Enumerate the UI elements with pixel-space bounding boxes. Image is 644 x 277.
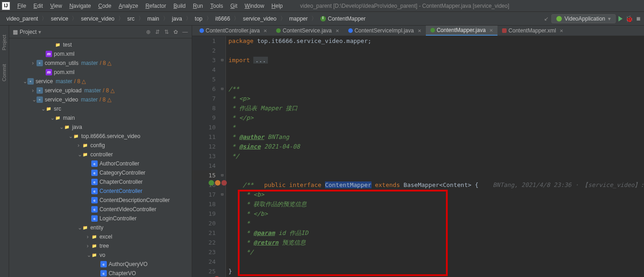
editor-tab[interactable]: ContentMapper.java✕ — [426, 26, 497, 36]
select-opened-file-icon[interactable]: ⊕ — [146, 29, 151, 35]
tree-item[interactable]: AuthorQueryVO — [9, 260, 192, 269]
breadcrumb-segment[interactable]: mapper — [286, 15, 312, 23]
fold-marker[interactable] — [220, 151, 225, 161]
line-number[interactable]: 15 — [192, 170, 216, 180]
fold-marker[interactable] — [220, 142, 225, 151]
project-panel-title[interactable]: ▦ Project ▾ — [13, 29, 41, 35]
breadcrumb-segment[interactable]: service_video — [77, 15, 118, 23]
tree-expander[interactable]: › — [32, 87, 37, 94]
run-button[interactable] — [618, 16, 623, 21]
tree-item[interactable]: ⌄📁java — [9, 123, 192, 132]
breadcrumb-segment[interactable]: java — [168, 15, 186, 23]
line-number[interactable]: 14 — [192, 161, 216, 170]
close-tab-icon[interactable]: ✕ — [489, 28, 493, 33]
tree-expander[interactable]: ⌄ — [50, 115, 55, 121]
breadcrumb-segment[interactable]: service — [47, 15, 72, 23]
line-number[interactable]: 17 — [192, 190, 216, 199]
tree-expander[interactable]: ⌄ — [87, 252, 91, 258]
menu-view[interactable]: View — [47, 1, 66, 11]
menu-build[interactable]: Build — [170, 1, 189, 11]
tree-item[interactable]: ⌄📁main — [9, 113, 192, 123]
collapse-all-icon[interactable]: ⇅ — [164, 29, 169, 35]
line-number[interactable]: 12 — [192, 142, 216, 151]
editor-tab[interactable]: ContentMapper.xml✕ — [497, 26, 568, 35]
stop-button[interactable]: ⏹ — [636, 16, 641, 22]
tree-expander[interactable]: ⌄ — [59, 124, 64, 130]
menu-help[interactable]: Help — [268, 1, 287, 11]
tree-item[interactable]: 📁test — [9, 40, 192, 49]
menu-navigate[interactable]: Navigate — [66, 1, 94, 11]
debug-button[interactable]: 🐞 — [625, 15, 633, 22]
hide-icon[interactable]: — — [183, 29, 188, 35]
fold-marker[interactable] — [220, 161, 225, 170]
editor-tab[interactable]: ContentController.java✕ — [195, 26, 272, 35]
tree-item[interactable]: ChapterController — [9, 177, 192, 186]
close-tab-icon[interactable]: ✕ — [263, 28, 267, 33]
fold-marker[interactable] — [220, 199, 225, 209]
line-number[interactable]: 10 — [192, 123, 216, 132]
menu-code[interactable]: Code — [94, 1, 115, 11]
menu-window[interactable]: Window — [241, 1, 268, 11]
tree-expander[interactable]: ⌄ — [68, 133, 73, 139]
fold-marker[interactable] — [220, 228, 225, 238]
menu-analyze[interactable]: Analyze — [115, 1, 142, 11]
project-tree[interactable]: 📁testpom.xml›▫common_utilsmaster/ 8 △pom… — [9, 38, 192, 277]
fold-marker[interactable] — [220, 103, 225, 113]
impl-icon[interactable] — [209, 180, 214, 186]
editor-tab[interactable]: ContentServiceImpl.java✕ — [344, 26, 426, 35]
fold-marker[interactable]: ⊟ — [220, 170, 225, 180]
fold-marker[interactable] — [220, 65, 225, 75]
tree-item[interactable]: ⌄▫service_videomaster/ 8 △ — [9, 95, 192, 104]
line-number[interactable]: 21 — [192, 228, 216, 238]
tree-expander[interactable]: › — [32, 60, 37, 66]
tree-item[interactable]: ›▫common_utilsmaster/ 8 △ — [9, 59, 192, 68]
breadcrumb-segment[interactable]: src — [124, 15, 138, 23]
line-number[interactable]: 6 — [192, 84, 216, 94]
breadcrumb-segment[interactable]: it6666 — [212, 15, 234, 23]
line-number[interactable]: 19 — [192, 209, 216, 218]
run-configuration-select[interactable]: VideoApplication ▾ — [551, 14, 616, 23]
breadcrumb-segment[interactable]: service_video — [239, 15, 280, 23]
tree-item[interactable]: ›📁config — [9, 141, 192, 150]
fold-marker[interactable] — [220, 266, 225, 276]
line-number[interactable]: 18 — [192, 199, 216, 209]
tree-item[interactable]: CategoryController — [9, 168, 192, 177]
line-number[interactable]: 1 — [192, 36, 216, 46]
line-number[interactable]: 23 — [192, 247, 216, 257]
tree-item[interactable]: pom.xml — [9, 68, 192, 77]
tree-expander[interactable]: › — [78, 142, 82, 149]
menu-refactor[interactable]: Refactor — [142, 1, 170, 11]
line-number[interactable]: 4 — [192, 65, 216, 75]
tree-item[interactable]: ›📁excel — [9, 232, 192, 241]
tree-expander[interactable]: ⌄ — [41, 106, 46, 112]
tree-item[interactable]: AuthorController — [9, 159, 192, 168]
editor-tab[interactable]: ContentService.java✕ — [272, 26, 343, 35]
tree-item[interactable]: ⌄▫servicemaster/ 8 △ — [9, 77, 192, 86]
line-number[interactable]: 24 — [192, 257, 216, 266]
code-content[interactable]: package top.it6666.service_video.mapper;… — [226, 36, 644, 277]
tree-item[interactable]: LoginController — [9, 214, 192, 223]
line-number[interactable]: 3 — [192, 55, 216, 65]
menu-file[interactable]: File — [14, 1, 30, 11]
fold-marker[interactable] — [220, 123, 225, 132]
breadcrumb-segment[interactable]: video_parent — [3, 15, 42, 23]
fold-marker[interactable] — [220, 209, 225, 218]
tree-item[interactable]: ⌄📁controller — [9, 150, 192, 159]
folded-region[interactable]: ... — [253, 57, 267, 64]
line-number[interactable]: 7 — [192, 94, 216, 103]
tree-item[interactable]: ⌄📁top.it6666.service_video — [9, 132, 192, 141]
fold-marker[interactable] — [220, 113, 225, 123]
nav-back-icon[interactable]: ↙ — [544, 16, 549, 22]
close-tab-icon[interactable]: ✕ — [560, 28, 563, 33]
tree-expander[interactable]: ⌄ — [23, 78, 27, 85]
line-number[interactable]: 5 — [192, 75, 216, 84]
line-number[interactable]: 9 — [192, 113, 216, 123]
fold-marker[interactable] — [220, 94, 225, 103]
project-tool-button[interactable]: Project — [1, 35, 7, 50]
gutter-icons[interactable] — [209, 180, 227, 186]
menu-git[interactable]: Git — [227, 1, 241, 11]
breadcrumb-segment[interactable]: main — [144, 15, 163, 23]
line-number[interactable]: 20 — [192, 218, 216, 228]
line-number[interactable]: 22 — [192, 238, 216, 247]
fold-marker[interactable]: ⊟ — [220, 190, 225, 199]
